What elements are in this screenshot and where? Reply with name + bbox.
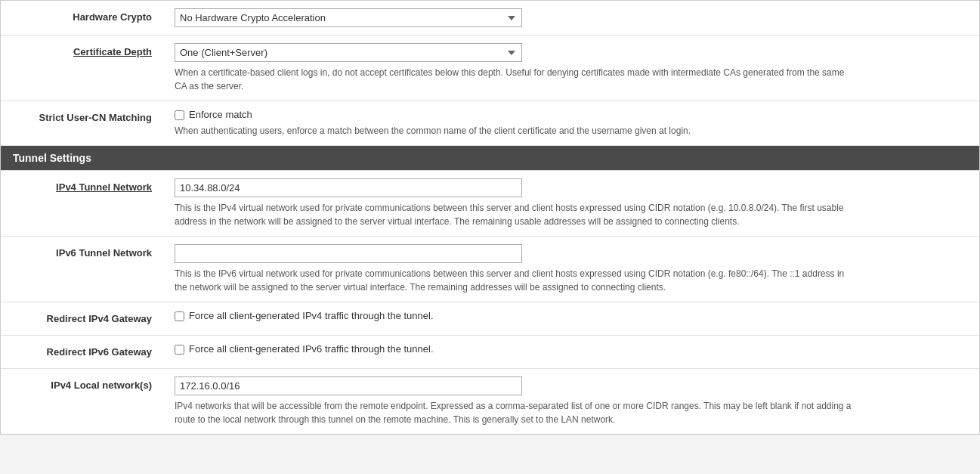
ipv4-tunnel-network-row: IPv4 Tunnel Network This is the IPv4 vir…	[1, 171, 979, 237]
hardware-crypto-label: Hardware Crypto	[1, 1, 167, 36]
ipv4-local-networks-label: IPv4 Local network(s)	[1, 369, 167, 435]
redirect-ipv4-checkbox-row: Force all client-generated IPv4 traffic …	[175, 310, 964, 321]
enforce-match-checkbox-row: Enforce match	[175, 109, 964, 120]
ipv4-tunnel-network-link[interactable]: IPv4 Tunnel Network	[56, 181, 152, 193]
hardware-crypto-value-cell: No Hardware Crypto AccelerationBSD crypt…	[167, 1, 979, 36]
redirect-ipv6-value-cell: Force all client-generated IPv6 traffic …	[167, 336, 979, 369]
tunnel-settings-header-cell: Tunnel Settings	[1, 146, 979, 171]
ipv4-tunnel-network-help: This is the IPv4 virtual network used fo…	[175, 201, 855, 228]
ipv4-tunnel-network-label: IPv4 Tunnel Network	[1, 171, 167, 237]
redirect-ipv6-row: Redirect IPv6 Gateway Force all client-g…	[1, 336, 979, 369]
strict-user-cn-row: Strict User-CN Matching Enforce match Wh…	[1, 101, 979, 146]
certificate-depth-label: Certificate Depth	[1, 36, 167, 101]
strict-user-cn-value-cell: Enforce match When authenticating users,…	[167, 101, 979, 146]
redirect-ipv4-checkbox-label: Force all client-generated IPv4 traffic …	[189, 310, 434, 321]
ipv4-local-networks-row: IPv4 Local network(s) IPv4 networks that…	[1, 369, 979, 435]
certificate-depth-row: Certificate Depth One (Client+Server)Two…	[1, 36, 979, 101]
redirect-ipv6-checkbox[interactable]	[175, 345, 184, 355]
tunnel-settings-header: Tunnel Settings	[1, 146, 979, 170]
redirect-ipv4-value-cell: Force all client-generated IPv4 traffic …	[167, 302, 979, 336]
ipv6-tunnel-network-label: IPv6 Tunnel Network	[1, 237, 167, 302]
redirect-ipv4-row: Redirect IPv4 Gateway Force all client-g…	[1, 302, 979, 336]
strict-user-cn-label: Strict User-CN Matching	[1, 101, 167, 146]
redirect-ipv6-label: Redirect IPv6 Gateway	[1, 336, 167, 369]
enforce-match-label: Enforce match	[189, 109, 252, 120]
ipv4-local-networks-help: IPv4 networks that will be accessible fr…	[175, 399, 855, 426]
redirect-ipv6-checkbox-row: Force all client-generated IPv6 traffic …	[175, 343, 964, 355]
redirect-ipv6-checkbox-label: Force all client-generated IPv6 traffic …	[189, 343, 434, 355]
hardware-crypto-select[interactable]: No Hardware Crypto AccelerationBSD crypt…	[175, 8, 522, 27]
ipv4-tunnel-network-input[interactable]	[175, 178, 522, 197]
certificate-depth-help: When a certificate-based client logs in,…	[175, 66, 855, 93]
settings-container: Hardware Crypto No Hardware Crypto Accel…	[0, 0, 980, 435]
ipv4-tunnel-network-value-cell: This is the IPv4 virtual network used fo…	[167, 171, 979, 237]
ipv6-tunnel-network-help: This is the IPv6 virtual network used fo…	[175, 267, 855, 294]
certificate-depth-link[interactable]: Certificate Depth	[73, 46, 152, 57]
ipv6-tunnel-network-row: IPv6 Tunnel Network This is the IPv6 vir…	[1, 237, 979, 302]
hardware-crypto-row: Hardware Crypto No Hardware Crypto Accel…	[1, 1, 979, 36]
certificate-depth-select[interactable]: One (Client+Server)Two (User+Client+Serv…	[175, 43, 522, 62]
settings-table: Hardware Crypto No Hardware Crypto Accel…	[1, 1, 979, 434]
redirect-ipv4-label: Redirect IPv4 Gateway	[1, 302, 167, 336]
ipv6-tunnel-network-input[interactable]	[175, 244, 522, 263]
certificate-depth-value-cell: One (Client+Server)Two (User+Client+Serv…	[167, 36, 979, 101]
tunnel-settings-header-row: Tunnel Settings	[1, 146, 979, 171]
ipv6-tunnel-network-value-cell: This is the IPv6 virtual network used fo…	[167, 237, 979, 302]
redirect-ipv4-checkbox[interactable]	[175, 311, 184, 321]
enforce-match-checkbox[interactable]	[175, 110, 184, 120]
ipv4-local-networks-input[interactable]	[175, 376, 522, 395]
strict-user-cn-help: When authenticating users, enforce a mat…	[175, 124, 855, 138]
ipv4-local-networks-value-cell: IPv4 networks that will be accessible fr…	[167, 369, 979, 435]
